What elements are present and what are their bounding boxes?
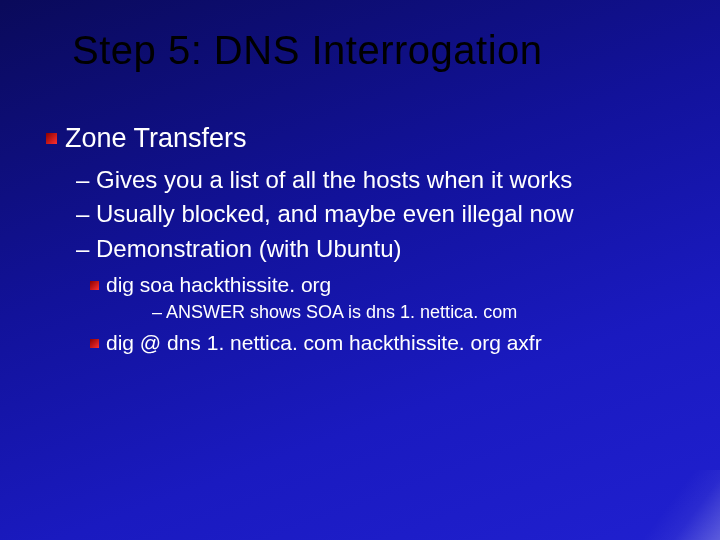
level2-item: – Usually blocked, and maybe even illega… (76, 198, 720, 230)
level2-item: – Gives you a list of all the hosts when… (76, 164, 720, 196)
square-bullet-icon (90, 339, 99, 348)
level2-list: – Gives you a list of all the hosts when… (46, 164, 720, 265)
level4-list: – ANSWER shows SOA is dns 1. nettica. co… (90, 301, 720, 324)
level3-item: dig soa hackthissite. org (90, 273, 720, 297)
square-bullet-icon (90, 281, 99, 290)
slide-title: Step 5: DNS Interrogation (0, 0, 720, 73)
slide-content: Zone Transfers – Gives you a list of all… (0, 73, 720, 355)
level2-item: – Demonstration (with Ubuntu) (76, 233, 720, 265)
level3-list: dig soa hackthissite. org – ANSWER shows… (46, 273, 720, 354)
level1-text: Zone Transfers (65, 123, 247, 154)
level3-item: dig @ dns 1. nettica. com hackthissite. … (90, 331, 720, 355)
bullet-level1: Zone Transfers (46, 123, 720, 154)
level3-text: dig @ dns 1. nettica. com hackthissite. … (106, 331, 542, 355)
square-bullet-icon (46, 133, 57, 144)
level4-item: – ANSWER shows SOA is dns 1. nettica. co… (152, 301, 720, 324)
page-curl-decoration (630, 470, 720, 540)
level3-text: dig soa hackthissite. org (106, 273, 331, 297)
